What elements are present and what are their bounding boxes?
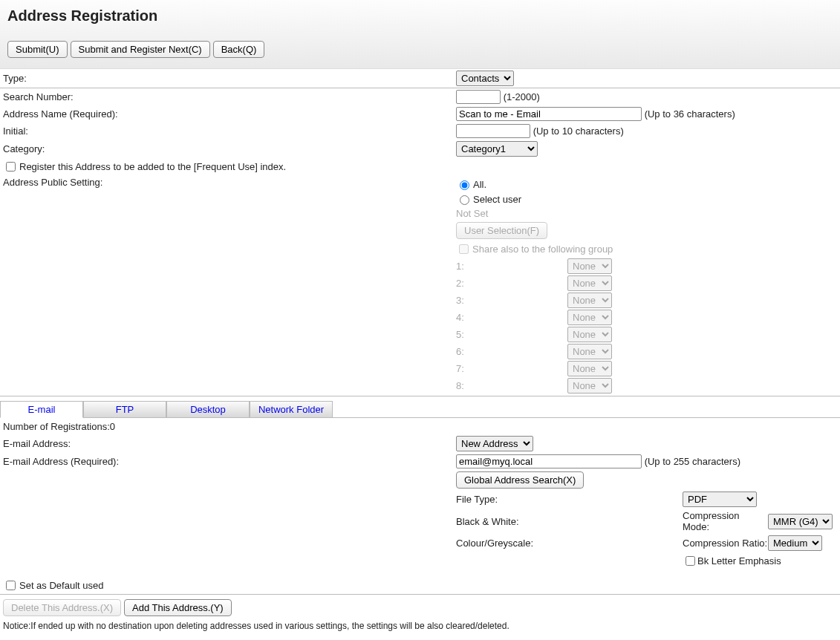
- page-title: Address Registration: [7, 7, 833, 41]
- compression-mode-label: Compression Mode:: [683, 510, 768, 532]
- category-label: Category:: [3, 143, 456, 154]
- group-4-select: None: [567, 310, 612, 325]
- group-5-select: None: [567, 327, 612, 342]
- group-4-label: 4:: [456, 312, 567, 323]
- set-default-checkbox[interactable]: [6, 581, 16, 590]
- address-name-input[interactable]: [456, 107, 642, 121]
- tab-network-folder[interactable]: Network Folder: [250, 401, 333, 418]
- group-1-label: 1:: [456, 261, 567, 272]
- email-address-label: E-mail Address:: [3, 438, 456, 449]
- compression-ratio-select[interactable]: Medium: [768, 535, 822, 551]
- group-3-label: 3:: [456, 295, 567, 306]
- tab-ftp[interactable]: FTP: [83, 401, 166, 418]
- public-all-label: All.: [473, 179, 486, 190]
- group-1-select: None: [567, 258, 612, 274]
- address-name-label: Address Name (Required):: [3, 108, 456, 120]
- initial-input[interactable]: [456, 124, 530, 138]
- bk-letter-checkbox[interactable]: [686, 556, 695, 566]
- global-address-search-button[interactable]: Global Address Search(X): [456, 471, 584, 489]
- frequent-use-checkbox[interactable]: [6, 162, 16, 172]
- search-number-label: Search Number:: [3, 91, 456, 102]
- registrations-count: 0: [110, 421, 115, 432]
- email-required-input[interactable]: [456, 454, 642, 468]
- color-label: Colour/Greyscale:: [456, 538, 683, 549]
- add-address-button[interactable]: Add This Address.(Y): [124, 599, 232, 616]
- group-7-select: None: [567, 361, 612, 376]
- search-number-input[interactable]: [456, 90, 501, 104]
- file-type-select[interactable]: PDF: [683, 492, 757, 507]
- user-selection-button: User Selection(F): [456, 222, 547, 239]
- group-8-label: 8:: [456, 380, 567, 391]
- not-set-label: Not Set: [456, 206, 837, 221]
- file-type-label: File Type:: [456, 494, 683, 505]
- email-required-label: E-mail Address (Required):: [3, 456, 456, 467]
- share-group-checkbox: [459, 244, 469, 254]
- group-6-select: None: [567, 344, 612, 359]
- type-label: Type:: [3, 73, 456, 84]
- email-required-hint: (Up to 255 characters): [645, 456, 740, 467]
- public-setting-label: Address Public Setting:: [3, 177, 456, 188]
- submit-button[interactable]: Submit(U): [7, 41, 68, 58]
- tab-desktop[interactable]: Desktop: [166, 401, 250, 418]
- group-3-select: None: [567, 293, 612, 308]
- bw-label: Black & White:: [456, 516, 683, 527]
- delete-address-button: Delete This Address.(X): [3, 599, 121, 616]
- category-select[interactable]: Category1: [456, 141, 538, 157]
- group-2-select: None: [567, 275, 612, 291]
- group-8-select: None: [567, 378, 612, 394]
- set-default-label: Set as Default used: [19, 580, 103, 591]
- group-7-label: 7:: [456, 363, 567, 374]
- public-select-user-label: Select user: [473, 194, 521, 205]
- compression-mode-select[interactable]: MMR (G4): [768, 514, 833, 529]
- group-6-label: 6:: [456, 346, 567, 357]
- email-address-select[interactable]: New Address: [456, 436, 533, 451]
- type-select[interactable]: Contacts: [456, 71, 514, 86]
- initial-hint: (Up to 10 characters): [533, 125, 624, 137]
- share-group-label: Share also to the following group: [472, 244, 613, 255]
- registrations-label: Number of Registrations:: [3, 421, 110, 432]
- search-number-hint: (1-2000): [504, 91, 540, 102]
- notice-text: Notice:If ended up with no destination u…: [0, 621, 840, 636]
- compression-ratio-label: Compression Ratio:: [683, 538, 768, 549]
- frequent-use-label: Register this Address to be added to the…: [19, 161, 286, 172]
- tab-email[interactable]: E-mail: [0, 401, 83, 418]
- address-name-hint: (Up to 36 characters): [645, 108, 735, 120]
- initial-label: Initial:: [3, 125, 456, 137]
- bk-letter-label: Bk Letter Emphasis: [697, 555, 781, 566]
- public-all-radio[interactable]: [460, 180, 469, 190]
- group-2-label: 2:: [456, 278, 567, 289]
- submit-register-next-button[interactable]: Submit and Register Next(C): [71, 41, 210, 58]
- back-button[interactable]: Back(Q): [213, 41, 265, 58]
- public-select-user-radio[interactable]: [460, 195, 469, 205]
- group-5-label: 5:: [456, 329, 567, 340]
